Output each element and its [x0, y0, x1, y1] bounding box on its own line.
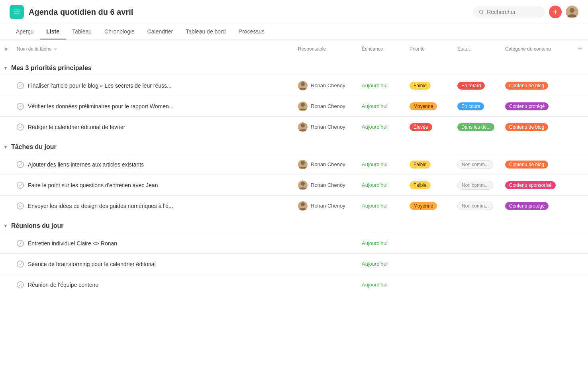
priority-cell[interactable]: Faible — [405, 82, 453, 90]
table-row[interactable]: Faire le point sur les questions d'entre… — [0, 174, 588, 195]
status-badge: En retard — [457, 82, 485, 90]
svg-rect-0 — [14, 10, 20, 10]
priority-badge: Faible — [410, 181, 431, 189]
assignee-cell: Ronan Chenoy — [293, 180, 357, 190]
assignee-cell: Ronan Chenoy — [293, 102, 357, 111]
search-icon — [479, 9, 484, 15]
col-due: Échéance — [357, 45, 405, 53]
table-row[interactable]: Rédiger le calendrier éditorial de févri… — [0, 116, 588, 137]
add-button[interactable]: + — [549, 6, 562, 18]
assignee-avatar — [298, 180, 308, 190]
tab-calendrier[interactable]: Calendrier — [141, 24, 180, 39]
task-check-icon[interactable] — [17, 202, 24, 210]
category-cell[interactable]: Contenu de blog — [500, 123, 572, 131]
table-header: # Nom de la tâche Responsable Échéance P… — [0, 40, 588, 58]
due-date-cell: Aujourd'hui — [357, 182, 405, 188]
section-header-taches[interactable]: ▼ Tâches du jour — [0, 137, 588, 154]
category-cell[interactable]: Contenu sponsorisé — [500, 181, 572, 189]
task-check-icon[interactable] — [17, 182, 24, 189]
status-cell[interactable]: En cours — [453, 102, 500, 110]
tab-tableau[interactable]: Tableau — [66, 24, 98, 39]
section-header-priorites[interactable]: ▼ Mes 3 priorités principales — [0, 58, 588, 75]
table-row[interactable]: Réunion de l'équipe contenu Aujourd'hui — [0, 274, 588, 295]
status-cell[interactable]: Non comm... — [453, 181, 500, 190]
table-row[interactable]: Envoyer les idées de design des guides n… — [0, 195, 588, 216]
due-date-cell: Aujourd'hui — [357, 103, 405, 109]
table-row[interactable]: Entretien individuel Claire <> Ronan Auj… — [0, 233, 588, 253]
task-text: Réunion de l'équipe contenu — [28, 282, 98, 288]
priority-cell[interactable]: Faible — [405, 161, 453, 169]
header: Agenda quotidien du 6 avril + — [0, 0, 588, 24]
svg-point-8 — [301, 123, 305, 127]
section-taches-jour: ▼ Tâches du jour Ajouter des liens inter… — [0, 137, 588, 216]
assignee-name: Ronan Chenoy — [311, 103, 345, 109]
category-cell[interactable]: Contenu protégé — [500, 202, 572, 210]
avatar[interactable] — [566, 6, 578, 18]
nav-tabs: Aperçu Liste Tableau Chronologie Calendr… — [0, 24, 588, 40]
task-text: Faire le point sur les questions d'entre… — [28, 182, 158, 188]
status-badge: En cours — [457, 102, 484, 110]
status-cell[interactable]: Non comm... — [453, 202, 500, 210]
table-row[interactable]: Vérifier les données préliminaires pour … — [0, 96, 588, 116]
priority-cell[interactable]: Moyenne — [405, 102, 453, 110]
tab-liste[interactable]: Liste — [40, 24, 66, 39]
task-check-icon[interactable] — [17, 123, 24, 131]
search-box[interactable] — [473, 6, 545, 18]
search-input[interactable] — [487, 9, 539, 15]
due-date-cell: Aujourd'hui — [357, 282, 405, 288]
add-column-button[interactable]: + — [572, 43, 588, 55]
chevron-icon: ▼ — [3, 65, 8, 71]
tab-apercu[interactable]: Aperçu — [10, 24, 40, 39]
status-badge: Dans les dé... — [457, 123, 494, 131]
task-text: Vérifier les données préliminaires pour … — [28, 103, 173, 110]
task-check-icon[interactable] — [17, 82, 24, 89]
priority-cell[interactable]: Faible — [405, 181, 453, 189]
category-badge: Contenu de blog — [505, 161, 548, 169]
col-priority: Priorité — [405, 45, 453, 53]
assignee-cell: Ronan Chenoy — [293, 160, 357, 169]
due-date-cell: Aujourd'hui — [357, 82, 405, 88]
tab-tableau-de-bord[interactable]: Tableau de bord — [179, 24, 232, 39]
due-date-cell: Aujourd'hui — [357, 203, 405, 209]
svg-point-9 — [301, 161, 305, 165]
assignee-name: Ronan Chenoy — [311, 182, 345, 188]
category-badge: Contenu de blog — [505, 123, 548, 131]
task-check-icon[interactable] — [17, 103, 24, 110]
assignee-cell: Ronan Chenoy — [293, 81, 357, 90]
svg-point-6 — [301, 82, 305, 86]
priority-badge: Élevée — [410, 123, 432, 131]
sort-icon[interactable] — [53, 47, 58, 51]
tab-processus[interactable]: Processus — [232, 24, 271, 39]
status-cell[interactable]: Dans les dé... — [453, 123, 500, 131]
priority-cell[interactable]: Élevée — [405, 123, 453, 131]
category-cell[interactable]: Contenu de blog — [500, 82, 572, 90]
category-cell[interactable]: Contenu de blog — [500, 161, 572, 169]
table-row[interactable]: Ajouter des liens internes aux articles … — [0, 154, 588, 174]
due-date-cell: Aujourd'hui — [357, 124, 405, 130]
priority-cell[interactable]: Moyenne — [405, 202, 453, 210]
assignee-avatar — [298, 160, 308, 169]
assignee-avatar — [298, 122, 308, 132]
app-icon[interactable] — [10, 5, 24, 19]
task-check-icon[interactable] — [17, 161, 24, 168]
task-check-icon[interactable] — [17, 261, 24, 268]
task-check-icon[interactable] — [17, 240, 24, 247]
status-cell[interactable]: Non comm... — [453, 160, 500, 169]
task-text: Séance de brainstorming pour le calendri… — [28, 261, 156, 267]
table-row[interactable]: Finaliser l'article pour le blog « Les s… — [0, 75, 588, 96]
category-cell[interactable]: Contenu protégé — [500, 102, 572, 110]
task-name-cell: Réunion de l'équipe contenu — [12, 278, 293, 292]
svg-rect-2 — [14, 14, 20, 14]
svg-line-4 — [482, 13, 483, 14]
table-row[interactable]: Séance de brainstorming pour le calendri… — [0, 253, 588, 274]
task-name-cell: Rédiger le calendrier éditorial de févri… — [12, 120, 293, 134]
col-status: Statut — [453, 45, 500, 53]
main-content: # Nom de la tâche Responsable Échéance P… — [0, 40, 588, 392]
page-title: Agenda quotidien du 6 avril — [29, 8, 468, 17]
assignee-name: Ronan Chenoy — [311, 203, 345, 209]
status-cell[interactable]: En retard — [453, 82, 500, 90]
col-task: Nom de la tâche — [12, 45, 293, 53]
tab-chronologie[interactable]: Chronologie — [98, 24, 141, 39]
section-header-reunions[interactable]: ▼ Réunions du jour — [0, 216, 588, 233]
task-check-icon[interactable] — [17, 281, 24, 288]
